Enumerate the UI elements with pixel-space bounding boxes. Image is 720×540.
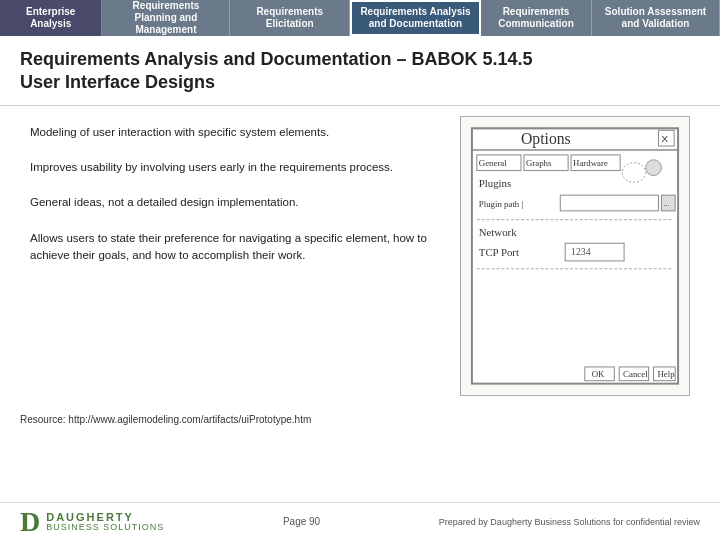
svg-text:Network: Network — [479, 226, 517, 238]
svg-text:Options: Options — [521, 130, 571, 148]
text-column: Modeling of user interaction with specif… — [20, 116, 450, 396]
bullet-3: General ideas, not a detailed design imp… — [20, 194, 450, 211]
wireframe-sketch: Options X General Graphs Hardware Plugin… — [460, 116, 690, 396]
resource-link: Resource: http://www.agilemodeling.com/a… — [20, 414, 311, 425]
svg-text:TCP Port: TCP Port — [479, 246, 519, 258]
footer-prepared-by: Prepared by Daugherty Business Solutions… — [439, 517, 700, 527]
bullet-2: Improves usability by involving users ea… — [20, 159, 450, 176]
logo-main-text: DAUGHERTY — [46, 511, 164, 523]
svg-text:Hardware: Hardware — [573, 157, 608, 167]
svg-text:1234: 1234 — [571, 246, 591, 257]
tab-requirements-planning[interactable]: Requirements Planning and Management — [102, 0, 230, 36]
tab-requirements-communication[interactable]: Requirements Communication — [481, 0, 592, 36]
bullet-1: Modeling of user interaction with specif… — [20, 124, 450, 141]
bullet-4: Allows users to state their preference f… — [20, 230, 450, 265]
svg-text:Cancel: Cancel — [623, 369, 648, 379]
resource-area: Resource: http://www.agilemodeling.com/a… — [0, 406, 720, 431]
logo-text-block: DAUGHERTY BUSINESS SOLUTIONS — [46, 511, 164, 533]
svg-text:OK: OK — [592, 369, 605, 379]
svg-text:Plugins: Plugins — [479, 177, 511, 189]
tab-requirements-analysis[interactable]: Requirements Analysis and Documentation — [350, 0, 481, 36]
wireframe-svg: Options X General Graphs Hardware Plugin… — [467, 123, 683, 389]
image-column: Options X General Graphs Hardware Plugin… — [460, 116, 700, 396]
logo-letter: D — [20, 508, 40, 536]
tab-requirements-elicitation[interactable]: Requirements Elicitation — [230, 0, 350, 36]
footer: D DAUGHERTY BUSINESS SOLUTIONS Page 90 P… — [0, 502, 720, 540]
top-navigation: Enterprise Analysis Requirements Plannin… — [0, 0, 720, 36]
footer-page-number: Page 90 — [283, 516, 320, 527]
svg-text:Plugin path |: Plugin path | — [479, 199, 524, 209]
svg-text:X: X — [661, 133, 668, 144]
svg-text:...: ... — [663, 199, 670, 208]
svg-text:Graphs: Graphs — [526, 157, 552, 167]
tab-solution-assessment[interactable]: Solution Assessment and Validation — [592, 0, 720, 36]
page-title-area: Requirements Analysis and Documentation … — [0, 36, 720, 106]
svg-text:General: General — [479, 157, 507, 167]
main-content: Modeling of user interaction with specif… — [0, 106, 720, 406]
page-title: Requirements Analysis and Documentation … — [20, 48, 700, 95]
tab-enterprise-analysis[interactable]: Enterprise Analysis — [0, 0, 102, 36]
svg-text:Help: Help — [657, 369, 675, 379]
footer-logo: D DAUGHERTY BUSINESS SOLUTIONS — [20, 508, 164, 536]
svg-point-29 — [646, 160, 662, 176]
logo-sub-text: BUSINESS SOLUTIONS — [46, 523, 164, 533]
